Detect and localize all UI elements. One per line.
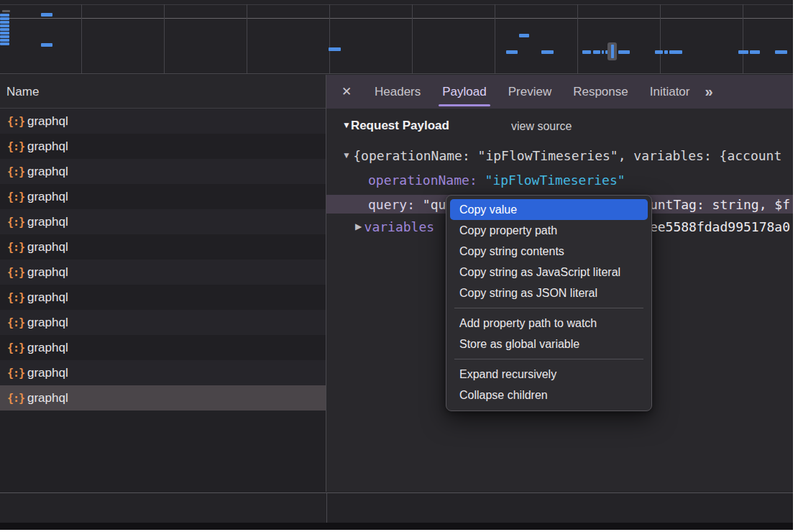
section-title: Request Payload (351, 119, 449, 132)
request-timing-bar[interactable] (0, 39, 9, 42)
json-braces-icon: {:} (7, 392, 27, 405)
tab-headers[interactable]: Headers (364, 75, 431, 109)
request-timing-bar[interactable] (2, 10, 10, 12)
request-timing-bar[interactable] (329, 47, 341, 51)
request-timing-bar[interactable] (593, 50, 600, 54)
menu-separator (454, 359, 643, 359)
request-row[interactable]: {:}graphql (0, 134, 326, 159)
request-timing-bar[interactable] (582, 50, 591, 54)
request-row[interactable]: {:}graphql (0, 260, 326, 285)
menu-item-add-property-path-to-watch[interactable]: Add property path to watch (450, 313, 648, 334)
devtools-network-panel: Name {:}graphql{:}graphql{:}graphql{:}gr… (0, 0, 793, 530)
request-name-label: graphql (27, 391, 68, 405)
request-name-label: graphql (27, 316, 68, 330)
request-timing-bar[interactable] (655, 50, 663, 54)
request-row[interactable]: {:}graphql (0, 159, 326, 184)
request-timing-bar[interactable] (750, 50, 760, 54)
tab-initiator[interactable]: Initiator (639, 75, 701, 109)
name-column-header[interactable]: Name (0, 75, 326, 109)
request-name-label: graphql (27, 265, 68, 280)
request-row[interactable]: {:}graphql (0, 184, 326, 209)
overview-gridline (164, 4, 165, 73)
request-name-label: graphql (27, 366, 68, 380)
request-row[interactable]: {:}graphql (0, 285, 326, 310)
request-timing-bar[interactable] (506, 50, 518, 54)
overview-gridline (743, 4, 743, 73)
menu-item-copy-string-as-javascript-literal[interactable]: Copy string as JavaScript literal (450, 262, 648, 283)
request-row[interactable]: {:}graphql (0, 310, 326, 335)
request-row[interactable]: {:}graphql (0, 360, 326, 385)
request-timing-bar[interactable] (541, 50, 554, 54)
tab-response[interactable]: Response (562, 75, 639, 109)
menu-item-copy-property-path[interactable]: Copy property path (450, 220, 648, 241)
overview-gridline (412, 4, 413, 73)
request-row[interactable]: {:}graphql (0, 234, 326, 260)
request-name-label: graphql (27, 240, 68, 254)
network-overview[interactable] (0, 0, 793, 74)
view-source-link[interactable]: view source (511, 120, 572, 133)
main-split: Name {:}graphql{:}graphql{:}graphql{:}gr… (0, 75, 793, 492)
requests-panel: Name {:}graphql{:}graphql{:}graphql{:}gr… (0, 75, 326, 492)
request-timing-bar[interactable] (738, 50, 748, 54)
json-braces-icon: {:} (7, 140, 27, 153)
overview-gridline (577, 4, 578, 73)
request-timing-bar[interactable] (0, 14, 9, 17)
request-timing-bar[interactable] (0, 42, 9, 45)
tab-payload[interactable]: Payload (431, 75, 497, 109)
overview-gridline (329, 4, 330, 73)
overview-top-divider (0, 4, 793, 5)
request-timing-bar[interactable] (0, 28, 9, 31)
request-timing-bar[interactable] (41, 13, 52, 17)
request-timing-bar[interactable] (0, 32, 9, 35)
request-timing-bar[interactable] (41, 43, 52, 47)
request-name-label: graphql (27, 341, 68, 355)
tab-preview[interactable]: Preview (497, 75, 562, 109)
context-menu: Copy valueCopy property pathCopy string … (446, 195, 652, 411)
close-icon[interactable]: ✕ (339, 84, 354, 99)
menu-item-copy-value[interactable]: Copy value (450, 199, 648, 220)
overview-gridline (495, 4, 495, 73)
request-timing-bar[interactable] (0, 24, 9, 27)
request-row[interactable]: {:}graphql (0, 335, 326, 360)
request-timing-bar[interactable] (775, 50, 787, 54)
menu-item-collapse-children[interactable]: Collapse children (450, 385, 648, 405)
menu-item-store-as-global-variable[interactable]: Store as global variable (450, 334, 648, 354)
property-value-clipped-end: untTag: string, $f (650, 195, 790, 214)
more-tabs-icon[interactable]: » (705, 83, 712, 100)
request-name-label: graphql (27, 290, 68, 305)
request-name-label: graphql (27, 114, 68, 129)
request-timing-bar[interactable] (602, 50, 604, 54)
request-row[interactable]: {:}graphql (0, 209, 326, 234)
request-timing-bar[interactable] (669, 50, 682, 54)
json-braces-icon: {:} (7, 241, 27, 254)
menu-item-copy-string-as-json-literal[interactable]: Copy string as JSON literal (450, 283, 648, 303)
json-braces-icon: {:} (7, 165, 27, 178)
json-braces-icon: {:} (7, 115, 27, 128)
request-timing-bar[interactable] (0, 17, 9, 20)
selected-request-marker[interactable] (607, 42, 617, 60)
tree-root-row[interactable]: ▼ {operationName: "ipFlowTimeseries", va… (326, 145, 793, 166)
request-row[interactable]: {:}graphql (0, 109, 326, 134)
request-timing-bar[interactable] (0, 35, 9, 38)
property-value: "ipFlowTimeseries" (485, 173, 625, 188)
json-braces-icon: {:} (7, 291, 27, 304)
overview-gridline (81, 4, 82, 73)
request-row-selected[interactable]: {:}graphql (0, 385, 326, 411)
request-timing-bar[interactable] (618, 50, 630, 54)
json-braces-icon: {:} (7, 316, 27, 329)
menu-item-expand-recursively[interactable]: Expand recursively (450, 364, 648, 385)
request-timing-bar[interactable] (664, 50, 668, 54)
request-name-label: graphql (27, 215, 68, 229)
json-braces-icon: {:} (7, 367, 27, 380)
selected-request-marker-bar (611, 45, 614, 58)
request-name-label: graphql (27, 139, 68, 154)
property-key: variables (364, 219, 435, 234)
request-timing-bar[interactable] (519, 34, 529, 37)
tree-operationname-row[interactable]: operationName: "ipFlowTimeseries" (326, 170, 793, 190)
menu-item-copy-string-contents[interactable]: Copy string contents (450, 241, 648, 262)
collapsed-triangle-icon[interactable]: ▶ (355, 221, 364, 231)
request-payload-section-header[interactable]: ▼Request Payload (342, 119, 449, 133)
expanded-triangle-icon[interactable]: ▼ (342, 150, 353, 160)
request-timing-bar[interactable] (0, 21, 9, 24)
detail-tabbar: ✕ HeadersPayloadPreviewResponseInitiator… (326, 75, 793, 109)
